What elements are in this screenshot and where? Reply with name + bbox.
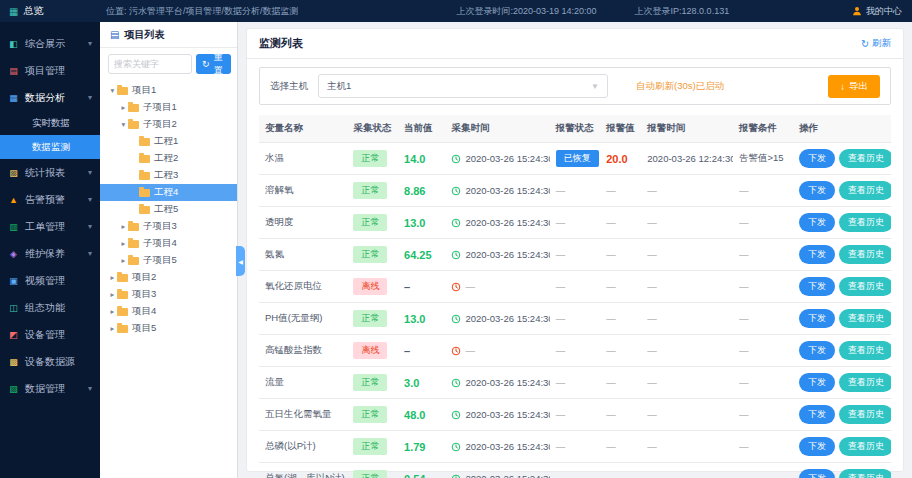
tree-item[interactable]: 工程2 (100, 150, 237, 167)
alarm-condition-cell: — (733, 463, 793, 478)
sidebar-item-project[interactable]: ▤项目管理 (0, 57, 100, 84)
folder-icon (139, 155, 150, 163)
sidebar-item-scada[interactable]: ◫组态功能 (0, 294, 100, 321)
sidebar-item-datamanage[interactable]: ▧数据管理▾ (0, 375, 100, 402)
send-button[interactable]: 下发 (799, 437, 835, 456)
host-select[interactable]: 主机1 ▼ (318, 74, 608, 98)
sidebar-item-alarm[interactable]: ▲告警预警▾ (0, 186, 100, 213)
view-history-button[interactable]: 查看历史 (839, 437, 891, 456)
view-history-button[interactable]: 查看历史 (839, 181, 891, 200)
tree-item[interactable]: ▸项目2 (100, 269, 237, 286)
view-history-button[interactable]: 查看历史 (839, 405, 891, 424)
collect-time-text: 2020-03-26 15:24:30 (465, 409, 549, 420)
send-button[interactable]: 下发 (799, 341, 835, 360)
chevron-down-icon: ▾ (88, 384, 92, 393)
tree-item[interactable]: 工程3 (100, 167, 237, 184)
maintenance-icon: ◈ (8, 249, 19, 259)
table-row: 水温正常14.02020-03-26 15:24:30已恢复20.02020-0… (259, 143, 891, 175)
collect-time-cell: 2020-03-26 15:24:30 (445, 175, 549, 207)
view-history-button[interactable]: 查看历史 (839, 277, 891, 296)
sidebar-item-analysis[interactable]: ▦数据分析▾ (0, 84, 100, 111)
export-button[interactable]: ↓ 导出 (828, 75, 880, 98)
sidebar-item-label: 组态功能 (25, 301, 65, 315)
send-button[interactable]: 下发 (799, 245, 835, 264)
topbar: ▦ 总览 位置: 污水管理平台/项目管理/数据分析/数据监测 上次登录时间:20… (0, 0, 912, 22)
sidebar-subitem-monitor[interactable]: 数据监测 (0, 135, 100, 159)
tree-item[interactable]: ▸子项目5 (100, 252, 237, 269)
send-button[interactable]: 下发 (799, 277, 835, 296)
sidebar-item-datasource[interactable]: ▩设备数据源 (0, 348, 100, 375)
send-button[interactable]: 下发 (799, 181, 835, 200)
table-row: PH值(无量纲)正常13.02020-03-26 15:24:30————下发查… (259, 303, 891, 335)
send-button[interactable]: 下发 (799, 149, 835, 168)
overview-logo[interactable]: ▦ 总览 (0, 4, 100, 18)
tree-item[interactable]: ▸项目3 (100, 286, 237, 303)
clock-icon (451, 346, 461, 356)
tree-item[interactable]: ▸子项目3 (100, 218, 237, 235)
last-login-ip: 上次登录IP:128.0.0.131 (635, 5, 730, 18)
building-icon: ▤ (110, 29, 119, 40)
sidebar-subitem-realtime[interactable]: 实时数据 (0, 111, 100, 135)
tree-item[interactable]: ▾子项目2 (100, 116, 237, 133)
actions-cell: 下发查看历史 (793, 367, 891, 399)
user-center-label: 我的中心 (866, 5, 902, 18)
alarm-condition-cell: 告警值>15 (733, 143, 793, 175)
clock-icon (451, 410, 461, 420)
search-input[interactable] (108, 54, 192, 74)
tree-item[interactable]: ▸项目5 (100, 320, 237, 337)
collect-time-text: 2020-03-26 15:24:30 (465, 185, 549, 196)
column-header: 变量名称 (259, 115, 347, 143)
folder-icon (117, 291, 128, 299)
view-history-button[interactable]: 查看历史 (839, 469, 891, 478)
tree-item[interactable]: 工程5 (100, 201, 237, 218)
download-icon: ↓ (840, 81, 845, 92)
send-button[interactable]: 下发 (799, 405, 835, 424)
alarm-condition-cell: — (733, 431, 793, 463)
clock-icon (451, 474, 461, 478)
column-header: 采集状态 (347, 115, 398, 143)
send-button[interactable]: 下发 (799, 373, 835, 392)
workorder-icon: ▥ (8, 222, 19, 232)
sidebar-item-report[interactable]: ▨统计报表▾ (0, 159, 100, 186)
tree-item[interactable]: ▸子项目1 (100, 99, 237, 116)
tree-item[interactable]: ▸子项目4 (100, 235, 237, 252)
collect-time-text: 2020-03-26 15:24:30 (465, 473, 549, 478)
clock-icon (451, 314, 461, 324)
panel-collapse-handle[interactable]: ◀ (236, 246, 245, 276)
variable-name-cell: 流量 (259, 367, 347, 399)
send-button[interactable]: 下发 (799, 469, 835, 478)
sidebar-item-maintenance[interactable]: ◈维护保养▾ (0, 240, 100, 267)
tree-item[interactable]: ▾项目1 (100, 82, 237, 99)
view-history-button[interactable]: 查看历史 (839, 373, 891, 392)
sidebar-item-workorder[interactable]: ▥工单管理▾ (0, 213, 100, 240)
view-history-button[interactable]: 查看历史 (839, 213, 891, 232)
collect-status-cell: 正常 (347, 431, 398, 463)
monitor-table: 变量名称采集状态当前值采集时间报警状态报警值报警时间报警条件操作 水温正常14.… (259, 115, 891, 478)
tree-item[interactable]: ▸项目4 (100, 303, 237, 320)
chevron-right-icon: ▸ (108, 273, 117, 282)
sidebar-item-video[interactable]: ▣视频管理 (0, 267, 100, 294)
table-row: 氨氮正常64.252020-03-26 15:24:30————下发查看历史 (259, 239, 891, 271)
tree-item[interactable]: 工程4 (100, 184, 237, 201)
alarm-value-cell: — (600, 335, 641, 367)
send-button[interactable]: 下发 (799, 213, 835, 232)
view-history-button[interactable]: 查看历史 (839, 149, 891, 168)
alarm-status-cell: — (550, 239, 601, 271)
refresh-button[interactable]: ↻ 刷新 (861, 37, 891, 50)
send-button[interactable]: 下发 (799, 309, 835, 328)
view-history-button[interactable]: 查看历史 (839, 309, 891, 328)
user-center-link[interactable]: 我的中心 (852, 5, 902, 18)
tree-item[interactable]: 工程1 (100, 133, 237, 150)
variable-name-cell: 总磷(以P计) (259, 431, 347, 463)
alarm-time-cell: — (641, 207, 733, 239)
sidebar-item-display[interactable]: ◧综合展示▾ (0, 30, 100, 57)
reset-button[interactable]: ↻ 重置 (196, 54, 231, 74)
collect-status-cell: 正常 (347, 463, 398, 478)
variable-name-cell: PH值(无量纲) (259, 303, 347, 335)
alarm-condition-cell: — (733, 367, 793, 399)
chevron-down-icon: ▾ (108, 86, 117, 95)
view-history-button[interactable]: 查看历史 (839, 245, 891, 264)
view-history-button[interactable]: 查看历史 (839, 341, 891, 360)
sidebar-item-device[interactable]: ◩设备管理 (0, 321, 100, 348)
current-value-cell: 8.86 (398, 175, 445, 207)
